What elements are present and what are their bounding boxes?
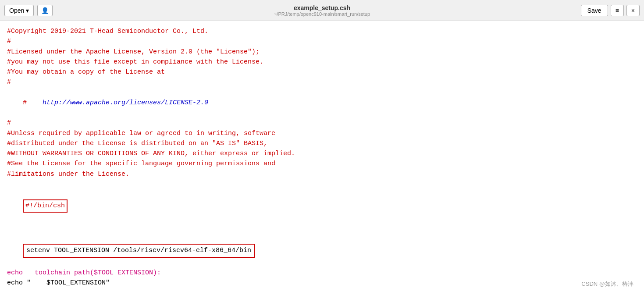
titlebar-left: Open ▾ 👤 bbox=[4, 5, 53, 16]
line-13: #limitations under the License. bbox=[7, 169, 637, 179]
line-20 bbox=[7, 288, 637, 295]
save-button[interactable]: Save bbox=[581, 5, 608, 16]
line-15: #!/bin/csh bbox=[7, 189, 637, 223]
line-19: echo " $TOOL_EXTENSION" bbox=[7, 278, 637, 288]
title-path: ~/PRJ/temp/openc910-main/smart_run/setup bbox=[274, 11, 370, 17]
line-3: #Licensed under the Apache License, Vers… bbox=[7, 47, 637, 57]
profile-icon: 👤 bbox=[41, 7, 49, 14]
close-icon: × bbox=[631, 7, 635, 14]
line-16 bbox=[7, 223, 637, 233]
profile-button[interactable]: 👤 bbox=[37, 5, 53, 16]
line-1: #Copyright 2019-2021 T-Head Semiconducto… bbox=[7, 26, 637, 36]
link-prefix: # bbox=[23, 99, 43, 107]
titlebar-center: example_setup.csh ~/PRJ/temp/openc910-ma… bbox=[274, 4, 370, 17]
close-button[interactable]: × bbox=[626, 5, 640, 16]
apache-link[interactable]: http://www.apache.org/licenses/LICENSE-2… bbox=[43, 99, 208, 107]
line-10: #distributed under the License is distri… bbox=[7, 139, 637, 149]
line-12: #See the License for the specific langua… bbox=[7, 159, 637, 169]
line-7: # http://www.apache.org/licenses/LICENSE… bbox=[7, 88, 637, 118]
open-button[interactable]: Open ▾ bbox=[4, 5, 34, 16]
line-6: # bbox=[7, 77, 637, 87]
line-9: #Unless required by applicable law or ag… bbox=[7, 128, 637, 139]
open-dropdown-icon: ▾ bbox=[26, 7, 29, 14]
editor[interactable]: #Copyright 2019-2021 T-Head Semiconducto… bbox=[0, 21, 644, 295]
line-8: # bbox=[7, 118, 637, 128]
line-18: echo toolchain path($TOOL_EXTENSION): bbox=[7, 268, 637, 278]
menu-icon: ≡ bbox=[616, 7, 619, 14]
menu-button[interactable]: ≡ bbox=[611, 5, 624, 16]
line-2: # bbox=[7, 36, 637, 46]
titlebar: Open ▾ 👤 example_setup.csh ~/PRJ/temp/op… bbox=[0, 0, 644, 21]
line-5: #You may obtain a copy of the License at bbox=[7, 67, 637, 77]
line-14 bbox=[7, 179, 637, 189]
line-11: #WITHOUT WARRANTIES OR CONDITIONS OF ANY… bbox=[7, 149, 637, 159]
line-4: #you may not use this file except in com… bbox=[7, 57, 637, 67]
title-filename: example_setup.csh bbox=[274, 4, 370, 11]
line-17: setenv TOOL_EXTENSION /tools/riscv/riscv… bbox=[7, 233, 637, 268]
open-label: Open bbox=[9, 7, 24, 14]
shebang-highlight: #!/bin/csh bbox=[23, 199, 68, 212]
setenv-highlight: setenv TOOL_EXTENSION /tools/riscv/riscv… bbox=[23, 244, 255, 257]
titlebar-right: Save ≡ × bbox=[581, 5, 640, 16]
watermark: CSDN @如沐、椿沣 bbox=[581, 280, 633, 288]
